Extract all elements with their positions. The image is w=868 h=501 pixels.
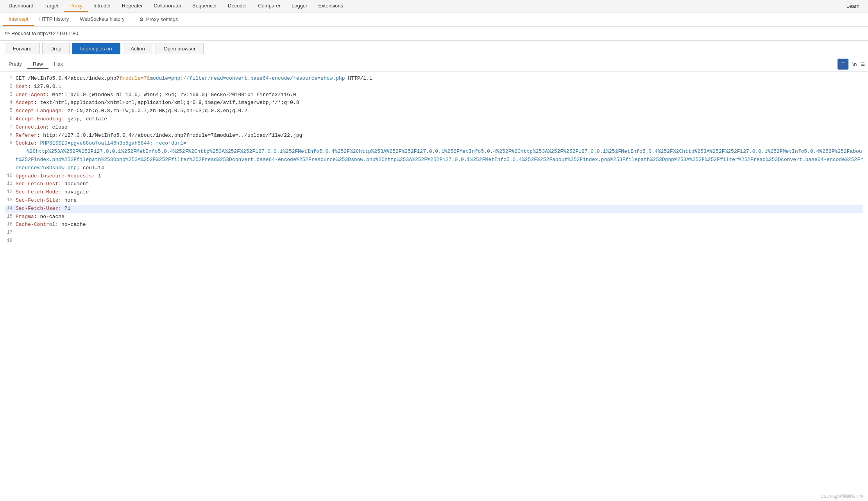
nav-item-repeater[interactable]: Repeater [116, 0, 148, 12]
line-content: Sec-Fetch-Site: none [16, 197, 863, 205]
line-content [16, 229, 863, 237]
line-number: 9 [5, 140, 13, 147]
line-content: Referer: http://127.0.0.1/MetInfo5.0.4//… [16, 132, 863, 140]
pencil-icon: ✏ [5, 30, 10, 37]
line-number: 3 [5, 91, 13, 98]
request-line-3: 3 User-Agent: Mozilla/5.0 (Windows NT 10… [5, 91, 863, 99]
line-content: Host: 127.0.0.1 [16, 83, 863, 91]
request-line-2: 2 Host: 127.0.0.1 [5, 83, 863, 91]
nav-item-intruder[interactable]: Intruder [88, 0, 116, 12]
line-number: 1 [5, 75, 13, 82]
nav-item-dashboard[interactable]: Dashboard [3, 0, 39, 12]
nav-item-proxy[interactable]: Proxy [64, 0, 88, 12]
line-content: User-Agent: Mozilla/5.0 (Windows NT 10.0… [16, 91, 863, 99]
nav-item-logger[interactable]: Logger [286, 0, 313, 12]
intercept-button[interactable]: Intercept is on [72, 43, 120, 54]
line-number: 16 [5, 221, 13, 228]
line-number: 18 [5, 237, 13, 245]
request-url-label: Request to http://127.0.0.1:80 [11, 30, 78, 36]
request-line-11: 11 Sec-Fetch-Dest: document [5, 180, 863, 188]
request-line-16: 16 Cache-Control: no-cache [5, 221, 863, 229]
nav-item-sequencer[interactable]: Sequencer [187, 0, 222, 12]
watermark: CSDN @过期的秋刀鱼 [821, 494, 864, 494]
line-content: Sec-Fetch-Mode: navigate [16, 188, 863, 197]
drop-button[interactable]: Drop [42, 43, 70, 54]
gear-icon: ⚙ [139, 16, 144, 22]
proxy-settings-link[interactable]: ⚙ Proxy settings [134, 13, 184, 25]
request-line-1: 1 GET /MetInfo5.0.4/about/index.php?fmod… [5, 75, 863, 83]
line-number: 6 [5, 115, 13, 123]
nav-item-learn[interactable]: Learn [841, 1, 865, 11]
view-tabs-right: ≡ \n ≡ [838, 59, 865, 70]
view-tabs-left: Pretty Raw Hex [3, 59, 68, 69]
line-content: Connection: close [16, 123, 863, 132]
line-content: Upgrade-Insecure-Requests: 1 [16, 172, 863, 181]
line-number: 7 [5, 123, 13, 131]
tab-hex[interactable]: Hex [48, 59, 68, 69]
line-number: 5 [5, 107, 13, 115]
nav-item-extensions[interactable]: Extensions [313, 0, 349, 12]
view-tabs: Pretty Raw Hex ≡ \n ≡ [0, 57, 868, 72]
action-row: Forward Drop Intercept is on Action Open… [0, 41, 868, 57]
request-line-12: 12 Sec-Fetch-Mode: navigate [5, 188, 863, 197]
newline-icon-button[interactable]: \n [852, 61, 857, 67]
line-number: 12 [5, 188, 13, 196]
line-content: GET /MetInfo5.0.4/about/index.php?fmodul… [16, 75, 863, 83]
line-number: 17 [5, 229, 13, 236]
toolbar: ✏ Request to http://127.0.0.1:80 [0, 27, 868, 41]
request-line-10: 10 Upgrade-Insecure-Requests: 1 [5, 172, 863, 181]
tab-pretty[interactable]: Pretty [3, 59, 27, 69]
line-content: Cache-Control: no-cache [16, 221, 863, 229]
sub-nav-divider [132, 16, 132, 23]
request-line-9: 9 Cookie: PHPSESSID=pgve88ou7oatl46h3o5g… [5, 140, 863, 172]
line-number: 10 [5, 172, 13, 180]
tab-http-history[interactable]: HTTP history [34, 13, 75, 26]
line-content [16, 237, 863, 245]
request-line-4: 4 Accept: text/html,application/xhtml+xm… [5, 99, 863, 107]
line-number: 2 [5, 83, 13, 90]
line-content: Sec-Fetch-User: ?1 [16, 205, 863, 213]
line-content: Cookie: PHPSESSID=pgve88ou7oatl46h3o5gah… [16, 140, 863, 172]
nav-item-decoder[interactable]: Decoder [222, 0, 252, 12]
nav-item-comparer[interactable]: Comparer [252, 0, 286, 12]
tab-raw[interactable]: Raw [27, 59, 48, 69]
tab-websockets-history[interactable]: WebSockets history [74, 13, 130, 26]
proxy-settings-label: Proxy settings [146, 16, 178, 22]
line-content: Pragma: no-cache [16, 213, 863, 221]
nav-item-collaborator[interactable]: Collaborator [148, 0, 187, 12]
line-content: Accept-Language: zh-CN,zh;q=0.8,zh-TW;q=… [16, 107, 863, 115]
list-icon-button[interactable]: ≡ [838, 59, 848, 70]
line-number: 4 [5, 99, 13, 106]
line-number: 14 [5, 205, 13, 212]
line-content: Accept-Encoding: gzip, deflate [16, 115, 863, 123]
request-line-17: 17 [5, 229, 863, 237]
top-nav: Dashboard Target Proxy Intruder Repeater… [0, 0, 868, 13]
line-number: 15 [5, 213, 13, 220]
request-line-14: 14 Sec-Fetch-User: ?1 [5, 205, 863, 213]
forward-button[interactable]: Forward [5, 43, 40, 54]
open-browser-button[interactable]: Open browser [156, 43, 204, 54]
line-number: 8 [5, 132, 13, 139]
request-line-15: 15 Pragma: no-cache [5, 213, 863, 221]
line-number: 13 [5, 197, 13, 204]
action-button[interactable]: Action [123, 43, 153, 54]
tab-intercept[interactable]: Intercept [3, 13, 34, 26]
line-content: Sec-Fetch-Dest: document [16, 180, 863, 188]
request-line-5: 5 Accept-Language: zh-CN,zh;q=0.8,zh-TW;… [5, 107, 863, 115]
nav-item-target[interactable]: Target [39, 0, 64, 12]
sub-nav: Intercept HTTP history WebSockets histor… [0, 13, 868, 27]
request-line-13: 13 Sec-Fetch-Site: none [5, 197, 863, 205]
line-content: Accept: text/html,application/xhtml+xml,… [16, 99, 863, 107]
menu-icon-button[interactable]: ≡ [861, 60, 865, 68]
request-line-7: 7 Connection: close [5, 123, 863, 132]
request-body: 1 GET /MetInfo5.0.4/about/index.php?fmod… [0, 72, 868, 494]
request-line-8: 8 Referer: http://127.0.0.1/MetInfo5.0.4… [5, 132, 863, 140]
line-number: 11 [5, 180, 13, 188]
request-line-6: 6 Accept-Encoding: gzip, deflate [5, 115, 863, 123]
request-line-18: 18 [5, 237, 863, 245]
